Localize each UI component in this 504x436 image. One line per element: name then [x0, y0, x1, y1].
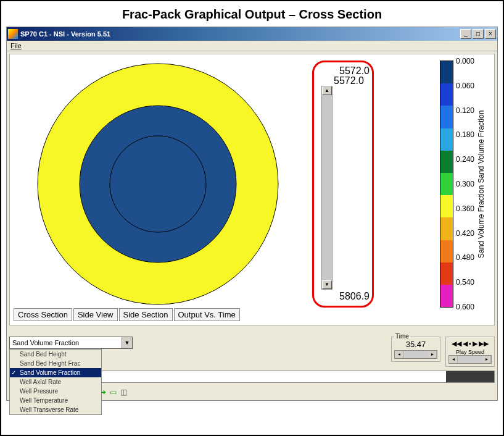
parameter-dropdown-list: Sand Bed HeightSand Bed Height FracSand …	[9, 349, 102, 415]
depth-current-value: 5572.0	[316, 76, 370, 86]
color-swatch	[440, 173, 453, 195]
color-swatch	[440, 285, 453, 307]
app-window: SP70 C1 - NSI - Version 5.51 _ □ × File …	[6, 27, 498, 401]
cross-section-chart	[22, 61, 294, 308]
close-button[interactable]: ×	[485, 29, 496, 39]
color-swatch	[440, 83, 453, 106]
maximize-button[interactable]: □	[473, 29, 484, 39]
tab-cross-section[interactable]: Cross Section	[14, 308, 72, 321]
depth-bottom-value: 5806.9	[316, 290, 370, 302]
parameter-option[interactable]: Well Axial Rate	[10, 377, 101, 387]
app-icon	[8, 29, 18, 39]
tab-side-section[interactable]: Side Section	[119, 308, 173, 321]
client-area: 5572.0 5572.0 ▲ ▼ 5806.9 0.0000.0600.120…	[7, 51, 497, 400]
parameter-option[interactable]: Sand Volume Fraction	[10, 368, 101, 377]
time-scroll-left[interactable]: ◂	[395, 351, 403, 358]
depth-slider-highlight: 5572.0 5572.0 ▲ ▼ 5806.9	[312, 61, 374, 308]
view-tabs: Cross Section Side View Side Section Out…	[14, 308, 240, 321]
dropdown-button[interactable]: ▼	[122, 337, 132, 348]
color-scale-tick: 0.300	[456, 180, 474, 188]
step-back-button[interactable]: ◀	[463, 340, 468, 348]
color-scale-tick: 0.240	[456, 155, 474, 164]
speed-scroll-right[interactable]: ▸	[482, 356, 491, 363]
scroll-down-button[interactable]: ▼	[322, 280, 332, 289]
tab-side-view[interactable]: Side View	[73, 308, 118, 321]
scroll-up-button[interactable]: ▲	[322, 86, 332, 95]
color-swatch	[440, 151, 453, 173]
svg-point-2	[110, 136, 206, 232]
timeline-remaining	[446, 371, 495, 382]
speed-scroll-left[interactable]: ◂	[449, 356, 458, 363]
depth-top-value: 5572.0	[316, 66, 370, 76]
tool-icon[interactable]: ◫	[120, 388, 127, 396]
depth-scrollbar[interactable]: ▲ ▼	[321, 86, 333, 290]
bottom-controls: Sand Volume Fraction ▼ Sand Bed HeightSa…	[9, 337, 495, 398]
color-scale-labels: 0.0000.0600.1200.1800.2400.3000.3600.420…	[453, 57, 474, 311]
plot-panel: 5572.0 5572.0 ▲ ▼ 5806.9 0.0000.0600.120…	[9, 54, 495, 325]
play-speed-group: ◀◀ ◀ ▪ ▶ ▶▶ Play Speed ◂ ▸	[445, 337, 495, 367]
page-title: Frac-Pack Graphical Output – Cross Secti…	[6, 7, 498, 22]
color-swatch	[440, 128, 453, 151]
color-scale-tick: 0.360	[456, 204, 474, 213]
color-scale-tick: 0.600	[456, 303, 474, 311]
file-menu[interactable]: File	[10, 42, 22, 49]
window-title: SP70 C1 - NSI - Version 5.51	[20, 30, 459, 38]
play-controls: ◀◀ ◀ ▪ ▶ ▶▶	[448, 338, 492, 349]
parameter-option[interactable]: Sand Bed Height Frac	[10, 359, 101, 368]
rewind-button[interactable]: ◀◀	[452, 340, 461, 348]
tool-icon[interactable]: ▭	[110, 388, 117, 396]
color-swatch	[440, 262, 453, 285]
color-scale-tick: 0.000	[456, 57, 474, 65]
step-fwd-button[interactable]: ▶	[473, 340, 477, 348]
parameter-option[interactable]: Sand Bed Height	[10, 350, 101, 359]
menubar: File	[7, 41, 497, 51]
parameter-select-value: Sand Volume Fraction	[12, 339, 79, 346]
color-swatch	[440, 240, 453, 262]
color-swatch	[440, 106, 453, 128]
time-value: 35.47	[394, 338, 437, 350]
color-swatch	[440, 195, 453, 217]
parameter-option[interactable]: Well Temperature	[10, 396, 101, 405]
parameter-option[interactable]: Well Pressure	[10, 387, 101, 396]
titlebar: SP70 C1 - NSI - Version 5.51 _ □ ×	[7, 27, 497, 41]
color-scale: 0.0000.0600.1200.1800.2400.3000.3600.420…	[440, 61, 488, 308]
color-swatches	[440, 61, 453, 308]
speed-scrollbar[interactable]: ◂ ▸	[448, 355, 492, 364]
minimize-button[interactable]: _	[460, 29, 471, 39]
parameter-option[interactable]: Well Transverse Rate	[10, 405, 101, 414]
time-group: Time 35.47 ◂ ▸	[391, 337, 440, 362]
color-swatch	[440, 61, 453, 83]
time-scrollbar[interactable]: ◂ ▸	[394, 350, 437, 359]
ffwd-button[interactable]: ▶▶	[479, 340, 489, 348]
play-speed-label: Play Speed	[448, 349, 492, 355]
color-scale-tick: 0.060	[456, 82, 474, 90]
color-scale-tick: 0.480	[456, 253, 474, 262]
color-scale-tick: 0.180	[456, 130, 474, 139]
color-swatch	[440, 217, 453, 240]
parameter-select[interactable]: Sand Volume Fraction ▼	[9, 337, 133, 349]
color-scale-title: Sand Volume Fraction Sand Volume Fractio…	[474, 61, 488, 308]
color-scale-tick: 0.420	[456, 229, 474, 238]
color-scale-tick: 0.120	[456, 106, 474, 115]
tab-output-vs-time[interactable]: Output Vs. Time	[174, 308, 240, 321]
time-label: Time	[394, 333, 410, 340]
time-scroll-right[interactable]: ▸	[428, 351, 437, 358]
color-scale-tick: 0.540	[456, 278, 474, 287]
stop-button[interactable]: ▪	[469, 340, 471, 348]
